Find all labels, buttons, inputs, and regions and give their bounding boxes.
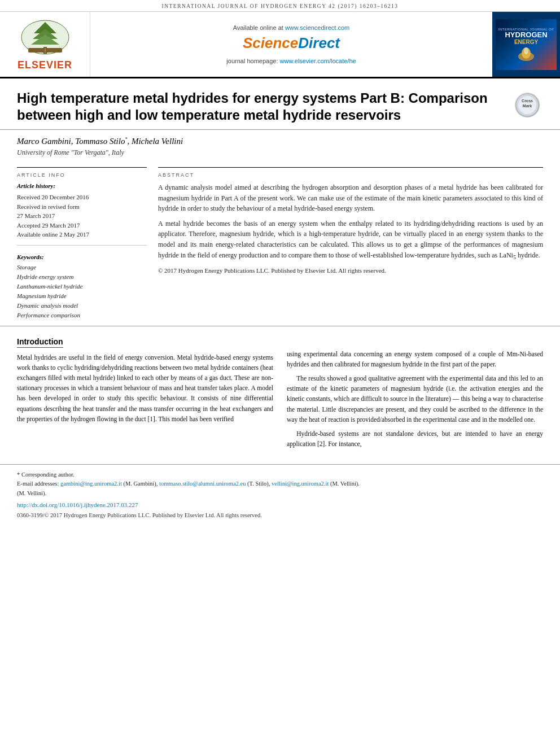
divider bbox=[17, 245, 147, 246]
article-title-section: High temperature metal hydrides for ener… bbox=[0, 78, 560, 130]
affiliation-text: University of Rome "Tor Vergata", Italy bbox=[17, 148, 543, 157]
received-date: Received 20 December 2016 bbox=[17, 193, 147, 202]
email-stilo-name: (T. Stilo), bbox=[247, 480, 272, 487]
issn-line: 0360-3199/© 2017 Hydrogen Energy Publica… bbox=[17, 512, 543, 518]
main-header: ELSEVIER Available online at www.science… bbox=[0, 12, 560, 78]
keywords-label: Keywords: bbox=[17, 254, 147, 260]
m-vellini-note: (M. Vellini). bbox=[17, 489, 543, 498]
cover-flame-icon bbox=[515, 45, 537, 61]
cover-title-hydrogen: HYDROGEN bbox=[505, 31, 547, 39]
abstract-para-1: A dynamic analysis model aimed at descri… bbox=[158, 182, 543, 214]
author-vellini: Michela Vellini bbox=[132, 137, 183, 146]
email-vellini-name: (M. Vellini). bbox=[330, 480, 360, 487]
cover-title-energy: ENERGY bbox=[514, 39, 538, 45]
keyword-2: Hydride energy system bbox=[17, 272, 147, 282]
two-col-body: Introduction Metal hydrides are useful i… bbox=[17, 337, 543, 453]
body-content: Introduction Metal hydrides are useful i… bbox=[0, 326, 560, 458]
abstract-para-2: A metal hydride becomes the basis of an … bbox=[158, 219, 543, 262]
elsevier-logo-area: ELSEVIER bbox=[0, 12, 90, 77]
sciencedirect-logo: ScienceDirect bbox=[243, 34, 340, 52]
author-gambini: Marco Gambini, bbox=[17, 137, 75, 146]
svg-text:Cross: Cross bbox=[522, 99, 533, 103]
intro-para-right-3: Hydride-based systems are not standalone… bbox=[287, 429, 543, 449]
keyword-6: Performance comparison bbox=[17, 311, 147, 320]
introduction-heading: Introduction bbox=[17, 337, 63, 348]
abstract-column: Abstract A dynamic analysis model aimed … bbox=[158, 167, 543, 320]
center-header: Available online at www.sciencedirect.co… bbox=[90, 12, 492, 77]
introduction-body-text-right: using experimental data concerning an en… bbox=[287, 349, 543, 449]
revised-label: Received in revised form bbox=[17, 202, 147, 212]
abstract-heading: Abstract bbox=[158, 172, 543, 178]
email-label: E-mail addresses: bbox=[17, 480, 59, 487]
body-right-column: using experimental data concerning an en… bbox=[287, 337, 543, 453]
email-gambini[interactable]: gambini@ing.uniroma2.it bbox=[60, 480, 122, 487]
keyword-4: Magnesium hydride bbox=[17, 291, 147, 301]
corresponding-author-note: * Corresponding author. bbox=[17, 470, 543, 479]
revised-date: 27 March 2017 bbox=[17, 211, 147, 221]
cover-image: INTERNATIONAL JOURNAL OF HYDROGEN ENERGY bbox=[496, 19, 557, 70]
available-online-date: Available online 2 May 2017 bbox=[17, 230, 147, 239]
doi-line: http://dx.doi.org/10.1016/j.ijhydene.201… bbox=[17, 500, 543, 510]
journal-homepage-link[interactable]: www.elsevier.com/locate/he bbox=[280, 58, 356, 64]
authors-text: Marco Gambini, Tommaso Stilo*, Michela V… bbox=[17, 137, 543, 146]
author-stilo: Tommaso Stilo*, bbox=[75, 137, 132, 146]
svg-point-9 bbox=[524, 47, 528, 54]
intro-para-right-1: using experimental data concerning an en… bbox=[287, 349, 543, 369]
corresponding-author-label: * Corresponding author. bbox=[17, 471, 75, 478]
keywords-list: Storage Hydride energy system Lanthanum-… bbox=[17, 263, 147, 320]
keyword-3: Lanthanum-nickel hydride bbox=[17, 282, 147, 291]
authors-section: Marco Gambini, Tommaso Stilo*, Michela V… bbox=[0, 130, 560, 159]
journal-header-bar: International Journal of Hydrogen Energy… bbox=[0, 0, 560, 12]
copyright-text: © 2017 Hydrogen Energy Publications LLC.… bbox=[158, 266, 543, 276]
keyword-5: Dynamic analysis model bbox=[17, 301, 147, 311]
hydrogen-energy-cover: INTERNATIONAL JOURNAL OF HYDROGEN ENERGY bbox=[492, 12, 560, 77]
sciencedirect-url-link[interactable]: www.sciencedirect.com bbox=[285, 24, 349, 31]
elsevier-tree-icon bbox=[17, 18, 73, 57]
keyword-1: Storage bbox=[17, 263, 147, 272]
email-footnote: E-mail addresses: gambini@ing.uniroma2.i… bbox=[17, 479, 543, 488]
journal-header-text: International Journal of Hydrogen Energy… bbox=[162, 3, 399, 9]
footer-section: * Corresponding author. E-mail addresses… bbox=[0, 464, 560, 524]
intro-para-1: Metal hydrides are useful in the field o… bbox=[17, 352, 273, 424]
doi-link[interactable]: http://dx.doi.org/10.1016/j.ijhydene.201… bbox=[17, 501, 138, 508]
email-vellini[interactable]: vellini@ing.uniroma2.it bbox=[272, 480, 329, 487]
email-stilo[interactable]: tommaso.stilo@alumni.uniroma2.eu bbox=[159, 480, 246, 487]
corresponding-author-marker: * bbox=[125, 137, 127, 142]
introduction-body-text-left: Metal hydrides are useful in the field o… bbox=[17, 352, 273, 424]
available-online-text: Available online at www.sciencedirect.co… bbox=[233, 24, 349, 31]
email-gambini-name: (M. Gambini), bbox=[123, 480, 159, 487]
article-info-heading: Article Info bbox=[17, 172, 147, 178]
body-left-column: Introduction Metal hydrides are useful i… bbox=[17, 337, 273, 453]
intro-para-right-2: The results showed a good qualitative ag… bbox=[287, 373, 543, 425]
journal-homepage: journal homepage: www.elsevier.com/locat… bbox=[226, 58, 356, 64]
article-history-label: Article history: bbox=[17, 182, 147, 189]
abstract-text: A dynamic analysis model aimed at descri… bbox=[158, 182, 543, 276]
accepted-date: Accepted 29 March 2017 bbox=[17, 221, 147, 230]
crossmark-circle: Cross Mark bbox=[515, 93, 540, 117]
svg-text:Mark: Mark bbox=[523, 104, 532, 108]
article-title: High temperature metal hydrides for ener… bbox=[17, 90, 515, 124]
article-info-abstract-section: Article Info Article history: Received 2… bbox=[0, 159, 560, 326]
article-info-column: Article Info Article history: Received 2… bbox=[17, 167, 147, 320]
crossmark-badge[interactable]: Cross Mark bbox=[515, 93, 543, 121]
elsevier-brand-text: ELSEVIER bbox=[18, 59, 72, 71]
